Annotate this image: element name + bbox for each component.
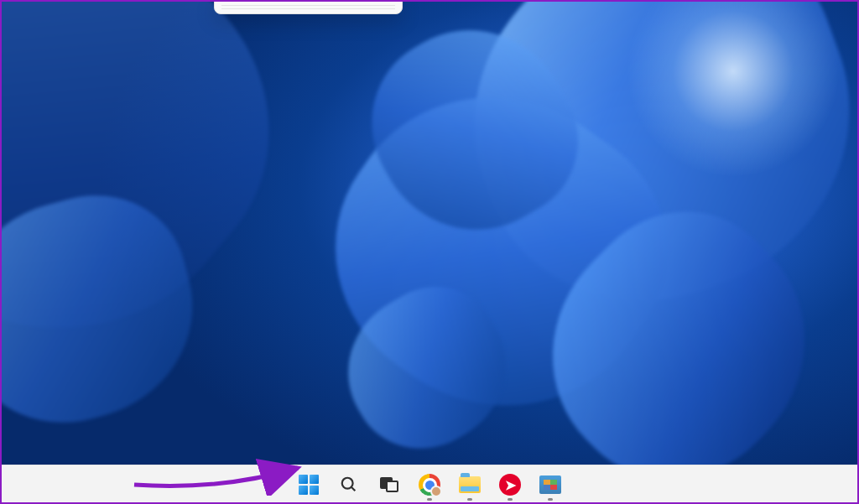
desktop-wallpaper	[0, 0, 859, 465]
airtel-icon[interactable]: ➤	[493, 468, 527, 501]
svg-point-0	[342, 478, 353, 489]
running-indicator	[427, 498, 432, 501]
menu-divider	[221, 5, 395, 6]
task-view-icon[interactable]	[372, 468, 406, 501]
winx-context-menu	[214, 0, 403, 14]
running-indicator	[467, 498, 472, 501]
start-icon[interactable]	[292, 468, 325, 501]
file-explorer-icon[interactable]	[453, 468, 487, 501]
search-icon[interactable]	[332, 468, 366, 501]
control-panel-icon[interactable]	[534, 468, 567, 501]
chrome-profile-badge	[430, 486, 442, 497]
svg-line-1	[351, 487, 356, 491]
chrome-icon[interactable]	[413, 468, 446, 501]
menu-divider	[221, 8, 395, 9]
taskbar: ➤	[0, 465, 859, 504]
running-indicator	[548, 498, 553, 501]
running-indicator	[508, 498, 513, 501]
